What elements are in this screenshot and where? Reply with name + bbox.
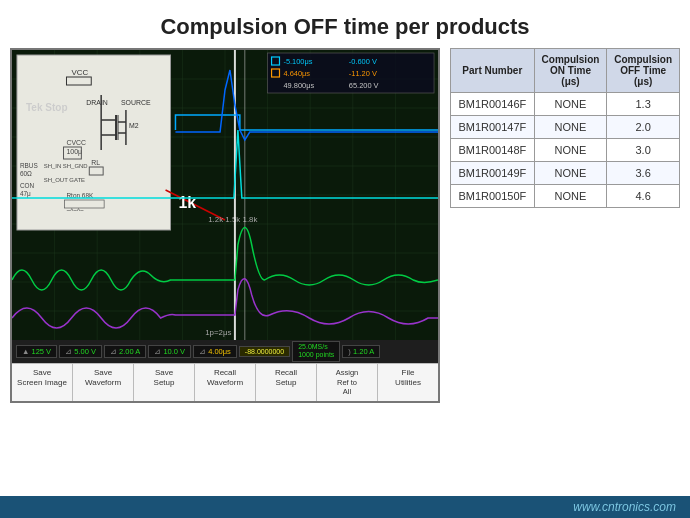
table-cell-part: BM1R00149F (451, 162, 535, 185)
svg-text:1k: 1k (178, 194, 196, 211)
table-header-off-time: CompulsionOFF Time(μs) (607, 49, 680, 93)
table-cell-off-time: 1.3 (607, 93, 680, 116)
table-row: BM1R00148FNONE3.0 (451, 139, 680, 162)
footer-url: www.cntronics.com (573, 500, 676, 514)
status-position: -88.0000000 (239, 346, 290, 357)
svg-text:SH_IN SH_GND: SH_IN SH_GND (44, 163, 89, 169)
table-cell-part: BM1R00146F (451, 93, 535, 116)
svg-text:60Ω: 60Ω (20, 170, 32, 177)
scope-buttons-row: SaveScreen Image SaveWaveform SaveSetup … (12, 363, 438, 401)
svg-text:RBUS: RBUS (20, 162, 39, 169)
status-voltage-3: ⊿ 10.0 V (148, 345, 191, 358)
status-current-2: ) 1.20 A (342, 345, 380, 358)
svg-text:~^~^~: ~^~^~ (66, 207, 84, 214)
svg-text:DRAIN: DRAIN (86, 99, 108, 106)
svg-text:4.640μs: 4.640μs (283, 69, 310, 78)
table-cell-off-time: 2.0 (607, 116, 680, 139)
svg-text:-0.600 V: -0.600 V (349, 57, 377, 66)
data-table: Part Number CompulsionON Time(μs) Compul… (450, 48, 680, 208)
svg-text:-5.100μs: -5.100μs (283, 57, 312, 66)
table-cell-off-time: 3.6 (607, 162, 680, 185)
svg-text:49.800μs: 49.800μs (283, 81, 314, 90)
file-utilities-button[interactable]: FileUtilities (378, 364, 438, 401)
status-voltage-1: ▲ 125 V (16, 345, 57, 358)
table-cell-part: BM1R00147F (451, 116, 535, 139)
table-panel: Part Number CompulsionON Time(μs) Compul… (450, 48, 680, 403)
save-waveform-button[interactable]: SaveWaveform (73, 364, 134, 401)
save-screen-image-button[interactable]: SaveScreen Image (12, 364, 73, 401)
svg-text:-11.20 V: -11.20 V (349, 69, 377, 78)
table-cell-on-time: NONE (534, 116, 607, 139)
status-voltage-2: ⊿ 5.00 V (59, 345, 102, 358)
svg-text:CON: CON (20, 182, 35, 189)
page-title: Compulsion OFF time per products (0, 0, 690, 48)
status-current: ⊿ 2.00 A (104, 345, 146, 358)
status-timebase: ⊿ 4.00μs (193, 345, 237, 358)
svg-text:M2: M2 (129, 122, 139, 129)
table-cell-part: BM1R00150F (451, 185, 535, 208)
table-header-on-time: CompulsionON Time(μs) (534, 49, 607, 93)
tek-stop-label: Tek Stop (26, 102, 67, 113)
svg-text:100μ: 100μ (66, 148, 82, 156)
svg-text:RL: RL (91, 159, 100, 166)
save-setup-button[interactable]: SaveSetup (134, 364, 195, 401)
recall-setup-button[interactable]: RecallSetup (256, 364, 317, 401)
table-cell-on-time: NONE (534, 162, 607, 185)
table-cell-on-time: NONE (534, 139, 607, 162)
svg-text:CVCC: CVCC (66, 139, 86, 146)
scope-status-bar: ▲ 125 V ⊿ 5.00 V ⊿ 2.00 A ⊿ 10.0 V ⊿ 4.0… (12, 340, 438, 363)
table-cell-on-time: NONE (534, 185, 607, 208)
table-cell-on-time: NONE (534, 93, 607, 116)
svg-text:1.2k 1.5k 1.8k: 1.2k 1.5k 1.8k (208, 215, 257, 224)
main-content: Tek Stop (0, 48, 690, 403)
svg-text:VCC: VCC (71, 68, 88, 77)
status-sample-rate: 25.0MS/s1000 points (292, 341, 340, 362)
svg-text:1p=2μs: 1p=2μs (205, 328, 231, 337)
table-cell-off-time: 4.6 (607, 185, 680, 208)
table-cell-part: BM1R00148F (451, 139, 535, 162)
oscilloscope-panel: Tek Stop (10, 48, 440, 403)
table-row: BM1R00149FNONE3.6 (451, 162, 680, 185)
table-row: BM1R00150FNONE4.6 (451, 185, 680, 208)
svg-text:47μ: 47μ (20, 190, 31, 198)
table-row: BM1R00147FNONE2.0 (451, 116, 680, 139)
scope-screen: VCC DRAIN SOURCE M2 CVCC 100μ (12, 50, 438, 340)
footer: www.cntronics.com (0, 496, 690, 518)
svg-rect-18 (17, 55, 171, 230)
table-cell-off-time: 3.0 (607, 139, 680, 162)
svg-text:65.200 V: 65.200 V (349, 81, 379, 90)
recall-waveform-button[interactable]: RecallWaveform (195, 364, 256, 401)
svg-text:SOURCE: SOURCE (121, 99, 151, 106)
assign-ref-button[interactable]: AssignRef toAll (317, 364, 378, 401)
table-header-part: Part Number (451, 49, 535, 93)
scope-grid-svg: VCC DRAIN SOURCE M2 CVCC 100μ (12, 50, 438, 340)
svg-text:SH_OUT GATE: SH_OUT GATE (44, 177, 85, 183)
table-row: BM1R00146FNONE1.3 (451, 93, 680, 116)
